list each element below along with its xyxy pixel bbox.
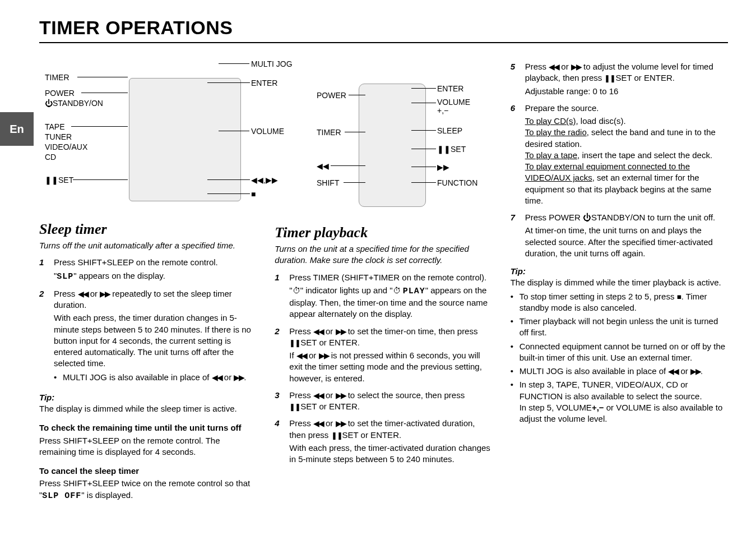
bullet-dot: • [511, 379, 516, 425]
diag-remote-volume: VOLUME+,− [437, 98, 470, 116]
diag-label-tape: TAPE [45, 122, 65, 132]
step-number: 6 [511, 103, 520, 206]
pause-icon [289, 402, 300, 411]
play-indicator: PLAY [403, 287, 425, 296]
step-detail: At timer-on time, the unit turns on and … [525, 225, 728, 259]
diag-remote-shift: SHIFT [317, 178, 339, 188]
diag-label-videoaux: VIDEO/AUX [45, 142, 87, 153]
step-body: Press or repeatedly to set the sleep tim… [54, 288, 257, 385]
diag-label-standby: ⏻STANDBY/ON [45, 98, 103, 109]
step-lead-mid: or [88, 289, 100, 298]
language-tab: En [0, 112, 34, 146]
pause-icon [289, 338, 300, 347]
step-detail: Adjustable range: 0 to 16 [525, 86, 728, 97]
tip-label: Tip: [39, 392, 257, 403]
sleep-step-2: 2 Press or repeatedly to set the sleep t… [39, 288, 257, 385]
step-number: 1 [275, 272, 284, 320]
tip-bullet: • To stop timer setting in steps 2 to 5,… [511, 291, 728, 314]
cancel-body: Press SHIFT+SLEEP twice on the remote co… [39, 478, 257, 502]
step-lead: Press SHIFT+SLEEP on the remote control. [54, 257, 218, 267]
tip-label: Tip: [511, 266, 728, 277]
diag-remote-function: FUNCTION [437, 178, 477, 188]
tip-bullet: • In step 3, TAPE, TUNER, VIDEO/AUX, CD … [511, 379, 728, 425]
forward-icon [319, 350, 329, 360]
playback-heading: Timer playback [275, 223, 492, 242]
step-number: 2 [275, 326, 284, 384]
step-number: 3 [275, 390, 284, 413]
diag-label-multijog: MULTI JOG [251, 59, 293, 70]
step-body: Press or to adjust the volume level for … [525, 61, 728, 97]
forward-icon [336, 390, 346, 400]
pause-icon [331, 430, 342, 440]
check-remaining-body: Press SHIFT+SLEEP on the remote control.… [39, 435, 257, 458]
rewind-icon [549, 62, 559, 71]
sleep-step-1: 1 Press SHIFT+SLEEP on the remote contro… [39, 257, 257, 283]
step-body: Press POWER STANDBY/ON to turn the unit … [525, 212, 728, 259]
check-remaining-head: To check the remaining time until the un… [39, 422, 257, 433]
step-body: Press or to set the timer-on time, then … [289, 326, 492, 384]
rewind-icon [78, 289, 88, 298]
bullet-dot: • [511, 341, 516, 364]
step-number: 1 [39, 257, 48, 283]
source-tape: To play a tape [525, 150, 577, 160]
step-lead: Press TIMER (SHIFT+TIMER on the remote c… [289, 273, 486, 282]
remote-illustration [359, 84, 426, 207]
tip-bullet: • Timer playback will not begin unless t… [511, 316, 728, 339]
pause-icon [604, 73, 615, 82]
bullet-dot: • [511, 316, 516, 339]
power-icon [583, 213, 591, 222]
playback-step-3: 3 Press or to select the source, then pr… [275, 390, 492, 413]
bullet-text: MULTI JOG is also available in place of … [63, 372, 247, 383]
sleep-heading: Sleep timer [39, 219, 257, 239]
step-body: Press or to set the timer-activated dura… [289, 418, 492, 465]
column-right: 5 Press or to adjust the volume level fo… [511, 56, 728, 502]
playback-step-2: 2 Press or to set the timer-on time, the… [275, 326, 492, 384]
source-cd: To play CD(s) [525, 116, 576, 126]
step-body: Prepare the source. To play CD(s), load … [525, 103, 728, 206]
bullet-dot: • [511, 291, 516, 314]
diag-remote-power: POWER [317, 90, 346, 101]
step-detail: With each press, the timer duration chan… [54, 312, 257, 369]
step-number: 2 [39, 288, 48, 385]
diag-label-cd: CD [45, 152, 56, 163]
diag-label-enter: ENTER [251, 78, 277, 89]
playback-step-5: 5 Press or to adjust the volume level fo… [511, 61, 728, 97]
diag-label-rewffw: ◀◀,▶▶ [251, 175, 278, 186]
forward-icon [336, 326, 346, 336]
diag-label-tuner: TUNER [45, 132, 72, 142]
page-title: TIMER OPERATIONS [39, 17, 728, 43]
stop-icon [677, 292, 681, 301]
column-left: TIMER POWER ⏻STANDBY/ON TAPE TUNER VIDEO… [39, 56, 257, 502]
diag-label-timer: TIMER [45, 72, 69, 83]
diag-label-stop: ■ [251, 189, 256, 200]
step-number: 4 [275, 418, 284, 465]
diag-remote-set: ❚❚SET [437, 144, 466, 155]
diag-remote-rew: ◀◀ [317, 161, 329, 172]
step-body: Press SHIFT+SLEEP on the remote control.… [54, 257, 257, 283]
slp-off-indicator: SLP OFF [42, 491, 81, 501]
forward-icon [336, 418, 346, 428]
step-body: Press or to select the source, then pres… [289, 390, 492, 413]
rewind-icon [212, 372, 222, 382]
step-number: 5 [511, 61, 520, 97]
diag-remote-enter: ENTER [437, 84, 463, 94]
rewind-icon [668, 366, 678, 376]
slp-indicator: SLP [57, 272, 73, 282]
clock-icon [293, 285, 300, 295]
step-number: 7 [511, 212, 520, 259]
bullet-dot: • [54, 372, 59, 383]
source-radio: To play the radio [525, 127, 587, 137]
playback-step-1: 1 Press TIMER (SHIFT+TIMER on the remote… [275, 272, 492, 320]
diag-remote-sleep: SLEEP [437, 126, 462, 136]
forward-icon [234, 372, 244, 382]
device-diagram: TIMER POWER ⏻STANDBY/ON TAPE TUNER VIDEO… [39, 56, 482, 213]
forward-icon [100, 289, 110, 298]
playback-step-7: 7 Press POWER STANDBY/ON to turn the uni… [511, 212, 728, 259]
playback-step-4: 4 Press or to set the timer-activated du… [275, 418, 492, 465]
rewind-icon [313, 326, 323, 336]
rewind-icon [313, 390, 323, 400]
step-lead-pre: Press [54, 289, 78, 298]
diag-remote-timer: TIMER [317, 127, 341, 138]
diag-label-volume: VOLUME [251, 126, 284, 137]
rewind-icon [313, 418, 323, 428]
